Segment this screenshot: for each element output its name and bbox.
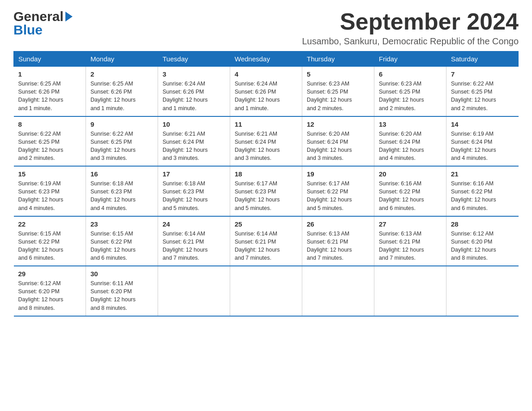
day-info: Sunrise: 6:17 AMSunset: 6:23 PMDaylight:… <box>235 180 297 212</box>
day-info: Sunrise: 6:20 AMSunset: 6:24 PMDaylight:… <box>307 130 369 163</box>
day-cell: 3Sunrise: 6:24 AMSunset: 6:26 PMDaylight… <box>158 67 230 116</box>
day-cell: 27Sunrise: 6:13 AMSunset: 6:21 PMDayligh… <box>374 216 446 266</box>
day-number: 2 <box>90 70 153 78</box>
title-block: September 2024 Lusambo, Sankuru, Democra… <box>302 9 519 47</box>
day-info: Sunrise: 6:17 AMSunset: 6:22 PMDaylight:… <box>307 180 369 212</box>
day-cell: 26Sunrise: 6:13 AMSunset: 6:21 PMDayligh… <box>302 216 374 266</box>
week-row-1: 1Sunrise: 6:25 AMSunset: 6:26 PMDaylight… <box>14 67 519 116</box>
day-info: Sunrise: 6:23 AMSunset: 6:25 PMDaylight:… <box>379 80 442 112</box>
header-thursday: Thursday <box>302 51 374 67</box>
day-info: Sunrise: 6:25 AMSunset: 6:26 PMDaylight:… <box>18 80 82 112</box>
day-number: 20 <box>379 170 442 178</box>
week-row-4: 22Sunrise: 6:15 AMSunset: 6:22 PMDayligh… <box>14 216 519 266</box>
week-row-5: 29Sunrise: 6:12 AMSunset: 6:20 PMDayligh… <box>14 266 519 316</box>
day-number: 9 <box>90 120 153 128</box>
day-cell: 7Sunrise: 6:22 AMSunset: 6:25 PMDaylight… <box>446 67 519 116</box>
day-cell: 23Sunrise: 6:15 AMSunset: 6:22 PMDayligh… <box>86 216 158 266</box>
day-number: 8 <box>18 120 82 128</box>
day-info: Sunrise: 6:12 AMSunset: 6:20 PMDaylight:… <box>451 230 514 262</box>
header-sunday: Sunday <box>14 51 86 67</box>
day-cell <box>374 266 446 316</box>
day-info: Sunrise: 6:23 AMSunset: 6:25 PMDaylight:… <box>307 80 369 112</box>
day-number: 28 <box>451 220 514 228</box>
day-info: Sunrise: 6:13 AMSunset: 6:21 PMDaylight:… <box>307 230 369 262</box>
day-number: 17 <box>163 170 225 178</box>
day-cell: 9Sunrise: 6:22 AMSunset: 6:25 PMDaylight… <box>86 116 158 167</box>
day-cell: 11Sunrise: 6:21 AMSunset: 6:24 PMDayligh… <box>230 116 302 167</box>
calendar-table: SundayMondayTuesdayWednesdayThursdayFrid… <box>13 51 519 317</box>
day-cell: 5Sunrise: 6:23 AMSunset: 6:25 PMDaylight… <box>302 67 374 116</box>
day-number: 22 <box>18 220 82 228</box>
day-cell: 2Sunrise: 6:25 AMSunset: 6:26 PMDaylight… <box>86 67 158 116</box>
day-cell: 29Sunrise: 6:12 AMSunset: 6:20 PMDayligh… <box>14 266 86 316</box>
day-cell: 16Sunrise: 6:18 AMSunset: 6:23 PMDayligh… <box>86 166 158 216</box>
day-number: 29 <box>18 270 82 278</box>
day-number: 30 <box>90 270 153 278</box>
day-number: 5 <box>307 70 369 78</box>
day-cell: 19Sunrise: 6:17 AMSunset: 6:22 PMDayligh… <box>302 166 374 216</box>
month-title: September 2024 <box>302 9 519 34</box>
day-cell: 8Sunrise: 6:22 AMSunset: 6:25 PMDaylight… <box>14 116 86 167</box>
header-friday: Friday <box>374 51 446 67</box>
day-info: Sunrise: 6:19 AMSunset: 6:24 PMDaylight:… <box>451 130 514 163</box>
day-info: Sunrise: 6:16 AMSunset: 6:22 PMDaylight:… <box>451 180 514 212</box>
day-cell: 15Sunrise: 6:19 AMSunset: 6:23 PMDayligh… <box>14 166 86 216</box>
day-cell: 4Sunrise: 6:24 AMSunset: 6:26 PMDaylight… <box>230 67 302 116</box>
header-monday: Monday <box>86 51 158 67</box>
day-cell: 28Sunrise: 6:12 AMSunset: 6:20 PMDayligh… <box>446 216 519 266</box>
day-cell: 30Sunrise: 6:11 AMSunset: 6:20 PMDayligh… <box>86 266 158 316</box>
day-cell <box>446 266 519 316</box>
day-cell <box>158 266 230 316</box>
day-number: 6 <box>379 70 442 78</box>
day-number: 21 <box>451 170 514 178</box>
day-number: 16 <box>90 170 153 178</box>
header-wednesday: Wednesday <box>230 51 302 67</box>
day-info: Sunrise: 6:24 AMSunset: 6:26 PMDaylight:… <box>235 80 297 112</box>
day-info: Sunrise: 6:20 AMSunset: 6:24 PMDaylight:… <box>379 130 442 163</box>
week-row-2: 8Sunrise: 6:22 AMSunset: 6:25 PMDaylight… <box>14 116 519 167</box>
day-info: Sunrise: 6:21 AMSunset: 6:24 PMDaylight:… <box>163 130 225 163</box>
day-number: 12 <box>307 120 369 128</box>
day-info: Sunrise: 6:13 AMSunset: 6:21 PMDaylight:… <box>379 230 442 262</box>
day-number: 14 <box>451 120 514 128</box>
day-cell: 21Sunrise: 6:16 AMSunset: 6:22 PMDayligh… <box>446 166 519 216</box>
day-number: 7 <box>451 70 514 78</box>
day-cell: 22Sunrise: 6:15 AMSunset: 6:22 PMDayligh… <box>14 216 86 266</box>
day-info: Sunrise: 6:15 AMSunset: 6:22 PMDaylight:… <box>18 230 82 262</box>
header-saturday: Saturday <box>446 51 519 67</box>
day-cell: 18Sunrise: 6:17 AMSunset: 6:23 PMDayligh… <box>230 166 302 216</box>
day-number: 4 <box>235 70 297 78</box>
day-number: 26 <box>307 220 369 228</box>
day-cell: 24Sunrise: 6:14 AMSunset: 6:21 PMDayligh… <box>158 216 230 266</box>
day-info: Sunrise: 6:18 AMSunset: 6:23 PMDaylight:… <box>90 180 153 212</box>
day-info: Sunrise: 6:14 AMSunset: 6:21 PMDaylight:… <box>235 230 297 262</box>
day-cell: 25Sunrise: 6:14 AMSunset: 6:21 PMDayligh… <box>230 216 302 266</box>
day-cell: 13Sunrise: 6:20 AMSunset: 6:24 PMDayligh… <box>374 116 446 167</box>
day-info: Sunrise: 6:15 AMSunset: 6:22 PMDaylight:… <box>90 230 153 262</box>
day-number: 27 <box>379 220 442 228</box>
day-info: Sunrise: 6:22 AMSunset: 6:25 PMDaylight:… <box>451 80 514 112</box>
day-number: 13 <box>379 120 442 128</box>
day-cell: 12Sunrise: 6:20 AMSunset: 6:24 PMDayligh… <box>302 116 374 167</box>
day-number: 19 <box>307 170 369 178</box>
day-info: Sunrise: 6:22 AMSunset: 6:25 PMDaylight:… <box>90 130 153 163</box>
logo-blue: Blue <box>13 22 73 38</box>
day-info: Sunrise: 6:21 AMSunset: 6:24 PMDaylight:… <box>235 130 297 163</box>
week-row-3: 15Sunrise: 6:19 AMSunset: 6:23 PMDayligh… <box>14 166 519 216</box>
day-cell: 6Sunrise: 6:23 AMSunset: 6:25 PMDaylight… <box>374 67 446 116</box>
day-cell: 1Sunrise: 6:25 AMSunset: 6:26 PMDaylight… <box>14 67 86 116</box>
day-number: 10 <box>163 120 225 128</box>
day-number: 15 <box>18 170 82 178</box>
day-cell: 10Sunrise: 6:21 AMSunset: 6:24 PMDayligh… <box>158 116 230 167</box>
day-info: Sunrise: 6:19 AMSunset: 6:23 PMDaylight:… <box>18 180 82 212</box>
header-tuesday: Tuesday <box>158 51 230 67</box>
calendar-header-row: SundayMondayTuesdayWednesdayThursdayFrid… <box>14 51 519 67</box>
day-number: 11 <box>235 120 297 128</box>
day-info: Sunrise: 6:16 AMSunset: 6:22 PMDaylight:… <box>379 180 442 212</box>
day-info: Sunrise: 6:24 AMSunset: 6:26 PMDaylight:… <box>163 80 225 112</box>
day-info: Sunrise: 6:14 AMSunset: 6:21 PMDaylight:… <box>163 230 225 262</box>
day-cell <box>302 266 374 316</box>
day-info: Sunrise: 6:11 AMSunset: 6:20 PMDaylight:… <box>90 279 153 312</box>
day-number: 25 <box>235 220 297 228</box>
logo-general: General <box>13 9 64 24</box>
